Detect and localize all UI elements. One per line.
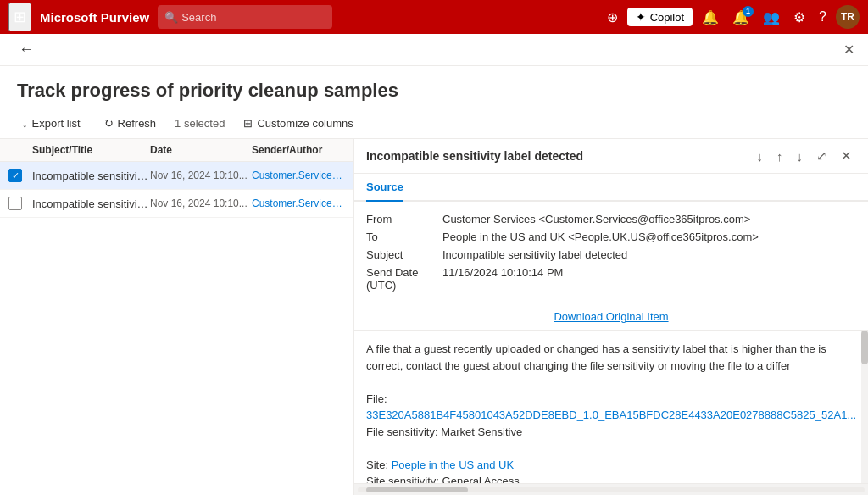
body-site-label: Site: bbox=[366, 459, 388, 471]
body-site-link[interactable]: Poeple in the US and UK bbox=[392, 459, 515, 471]
meta-subject-row: Subject Incompatible sensitivity label d… bbox=[366, 246, 856, 264]
notification-bell-button[interactable]: 🔔 bbox=[698, 6, 723, 29]
th-date: Date bbox=[150, 144, 252, 156]
nav-up-button[interactable]: ↑ bbox=[772, 147, 787, 166]
scroll-track bbox=[861, 331, 868, 483]
meta-subject-value: Incompatible sensitivity label detected bbox=[442, 248, 856, 261]
user-initials: TR bbox=[841, 11, 854, 23]
download-original-link[interactable]: Download Original Item bbox=[554, 310, 668, 323]
back-button[interactable]: ← bbox=[14, 37, 39, 62]
table-header: Subject/Title Date Sender/Author bbox=[0, 139, 353, 162]
th-sender: Sender/Author bbox=[252, 144, 345, 156]
search-container: 🔍 bbox=[158, 5, 332, 29]
email-body: A file that a guest recently uploaded or… bbox=[354, 331, 868, 483]
td-sender-2: Customer.Services... bbox=[252, 197, 345, 209]
export-list-button[interactable]: ↓ Export list bbox=[17, 114, 86, 133]
help-icon-button[interactable]: ? bbox=[815, 6, 831, 28]
td-date-1: Nov 16, 2024 10:10... bbox=[150, 170, 252, 181]
refresh-label: Refresh bbox=[118, 117, 157, 130]
th-subject: Subject/Title bbox=[32, 144, 150, 156]
customize-icon: ⊞ bbox=[243, 117, 253, 130]
toolbar: ↓ Export list ↻ Refresh 1 selected ⊞ Cus… bbox=[0, 108, 868, 139]
expand-button[interactable]: ⤢ bbox=[812, 146, 832, 166]
meta-from-label: From bbox=[366, 213, 442, 225]
list-panel: Subject/Title Date Sender/Author Incompa… bbox=[0, 139, 354, 495]
table-row[interactable]: Incompatible sensitivity label... Nov 16… bbox=[0, 190, 353, 218]
detail-close-button[interactable]: ✕ bbox=[837, 146, 856, 166]
td-check-2[interactable] bbox=[8, 197, 32, 210]
meta-subject-label: Subject bbox=[366, 248, 442, 261]
waffle-menu-button[interactable]: ⊞ bbox=[8, 3, 31, 31]
td-date-2: Nov 16, 2024 10:10... bbox=[150, 197, 252, 209]
detail-panel: Incompatible sensitivity label detected … bbox=[354, 139, 868, 495]
portal-icon-button[interactable]: ⊕ bbox=[603, 6, 622, 29]
nav-prev-button[interactable]: ↓ bbox=[753, 147, 768, 166]
settings-icon-button[interactable]: ⚙ bbox=[789, 6, 810, 29]
h-scroll-thumb[interactable] bbox=[366, 487, 468, 492]
checkbox-2[interactable] bbox=[8, 197, 22, 210]
notification-badge: 1 bbox=[743, 6, 754, 17]
checkbox-1[interactable] bbox=[8, 169, 22, 182]
refresh-icon: ↻ bbox=[104, 117, 114, 130]
copilot-label: Copilot bbox=[650, 11, 684, 24]
meta-to-label: To bbox=[366, 231, 442, 243]
download-link-area: Download Original Item bbox=[354, 303, 868, 331]
topbar-icons: ⊕ ✦ Copilot 🔔 🔔 1 👥 ⚙ ? TR bbox=[603, 5, 860, 29]
body-site-row: Site: Poeple in the US and UK bbox=[366, 457, 856, 474]
detail-title: Incompatible sensitivity label detected bbox=[366, 149, 748, 163]
horizontal-scroll bbox=[354, 483, 868, 495]
selected-count: 1 selected bbox=[175, 117, 225, 130]
detail-tabs: Source bbox=[354, 174, 868, 202]
copilot-button[interactable]: ✦ Copilot bbox=[627, 8, 693, 26]
meta-to-row: To People in the US and UK <People.UK.US… bbox=[366, 228, 856, 246]
meta-from-row: From Customer Services <Customer.Service… bbox=[366, 210, 856, 228]
detail-scroll-area: A file that a guest recently uploaded or… bbox=[354, 331, 868, 483]
scroll-thumb[interactable] bbox=[861, 331, 868, 364]
nav-down-button[interactable]: ↓ bbox=[793, 147, 808, 166]
body-file-value[interactable]: 33E320A5881B4F45801043A52DDE8EBD_1.0_EBA… bbox=[366, 407, 856, 424]
customize-label: Customize columns bbox=[257, 117, 353, 130]
page-title: Track progress of priority cleanup sampl… bbox=[17, 80, 851, 102]
search-input[interactable] bbox=[158, 5, 332, 29]
body-site-sensitivity: Site sensitivity: General Access bbox=[366, 473, 856, 483]
detail-header: Incompatible sensitivity label detected … bbox=[354, 139, 868, 174]
customize-columns-button[interactable]: ⊞ Customize columns bbox=[238, 114, 358, 133]
export-icon: ↓ bbox=[22, 117, 28, 130]
meta-from-value: Customer Services <Customer.Services@off… bbox=[442, 213, 856, 225]
refresh-button[interactable]: ↻ Refresh bbox=[99, 114, 162, 133]
body-paragraph-1: A file that a guest recently uploaded or… bbox=[366, 341, 856, 374]
td-sender-1: Customer.Services... bbox=[252, 170, 345, 181]
sub-nav: ← ✕ bbox=[0, 34, 868, 66]
close-button[interactable]: ✕ bbox=[843, 42, 854, 58]
people-icon-button[interactable]: 👥 bbox=[759, 6, 784, 29]
copilot-icon: ✦ bbox=[636, 10, 646, 24]
table-row[interactable]: Incompatible sensitivity label... Nov 16… bbox=[0, 162, 353, 190]
alert-bell-button[interactable]: 🔔 1 bbox=[728, 6, 754, 29]
app-title: Microsoft Purview bbox=[40, 10, 149, 25]
td-subject-2: Incompatible sensitivity label... bbox=[32, 197, 150, 210]
meta-senddate-label: Send Date (UTC) bbox=[366, 266, 442, 292]
body-file-sensitivity: File sensitivity: Market Sensitive bbox=[366, 424, 856, 441]
body-file-label: File: bbox=[366, 391, 856, 408]
h-scroll-track bbox=[358, 487, 865, 492]
tab-source[interactable]: Source bbox=[366, 174, 403, 202]
user-avatar[interactable]: TR bbox=[836, 5, 860, 29]
topbar: ⊞ Microsoft Purview 🔍 ⊕ ✦ Copilot 🔔 🔔 1 … bbox=[0, 0, 868, 34]
export-label: Export list bbox=[32, 117, 81, 130]
td-subject-1: Incompatible sensitivity label... bbox=[32, 170, 150, 182]
meta-to-value: People in the US and UK <People.UK.US@of… bbox=[442, 231, 856, 243]
main-area: ← ✕ Track progress of priority cleanup s… bbox=[0, 34, 868, 495]
meta-senddate-value: 11/16/2024 10:10:14 PM bbox=[442, 266, 856, 292]
email-meta: From Customer Services <Customer.Service… bbox=[354, 202, 868, 303]
content-split: Subject/Title Date Sender/Author Incompa… bbox=[0, 139, 868, 495]
td-check-1[interactable] bbox=[8, 169, 32, 182]
page-title-area: Track progress of priority cleanup sampl… bbox=[0, 66, 868, 108]
meta-senddate-row: Send Date (UTC) 11/16/2024 10:10:14 PM bbox=[366, 264, 856, 294]
